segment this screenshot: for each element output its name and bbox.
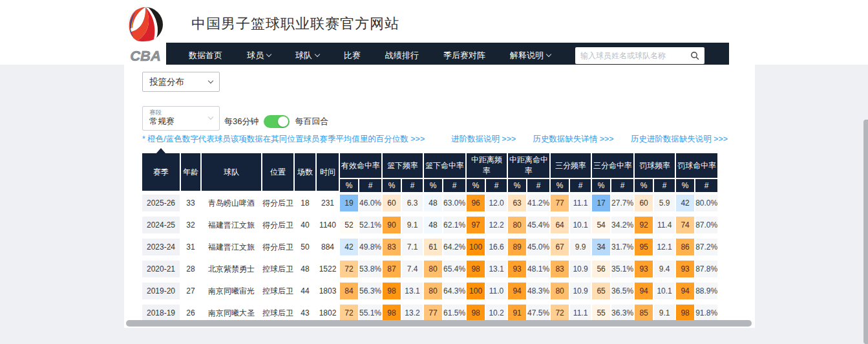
col-header-info-2[interactable]: 球队 <box>202 153 261 192</box>
cell-percentile-7: 60 <box>635 192 653 214</box>
col-subheader-8-1[interactable]: # <box>695 179 717 192</box>
col-header-group-3[interactable]: 中距离频率 <box>467 153 507 179</box>
col-subheader-2-0[interactable]: % <box>424 179 442 192</box>
col-header-group-4[interactable]: 中距离命中率 <box>508 153 549 179</box>
col-subheader-7-1[interactable]: # <box>654 179 675 192</box>
cell-value-0: 46.0% <box>359 192 381 214</box>
cell-percentile-3: 96 <box>467 192 485 214</box>
cell-season: 2019-20 <box>142 280 180 302</box>
cell-season: 2025-26 <box>142 192 180 214</box>
cell-value-3: 11.0 <box>486 280 507 302</box>
cell-percentile-2: 48 <box>424 192 442 214</box>
col-header-group-6[interactable]: 三分命中率 <box>592 153 633 179</box>
cell-value-6: 35.1% <box>611 258 633 280</box>
cell-percentile-1: 87 <box>383 258 401 280</box>
nav-items: 数据首页球员球队比赛战绩排行季后赛对阵解释说明 <box>189 50 575 61</box>
nav-item-3[interactable]: 比赛 <box>344 50 361 61</box>
cell-value-6: 34.2% <box>611 214 633 236</box>
col-subheader-1-0[interactable]: % <box>383 179 401 192</box>
col-subheader-2-1[interactable]: # <box>443 179 465 192</box>
cell-value-5: 10.9 <box>570 258 591 280</box>
col-header-group-5[interactable]: 三分频率 <box>551 153 591 179</box>
cell-position: 得分后卫 <box>262 192 293 214</box>
col-subheader-0-0[interactable]: % <box>340 179 358 192</box>
col-header-group-0[interactable]: 有效命中率 <box>340 153 381 179</box>
col-header-group-7[interactable]: 罚球频率 <box>635 153 675 179</box>
cell-value-7: 10.1 <box>654 280 675 302</box>
cell-percentile-0: 72 <box>340 258 358 280</box>
cell-value-0: 49.8% <box>359 236 381 258</box>
cell-percentile-4: 94 <box>508 280 526 302</box>
cell-percentile-5: 83 <box>551 258 569 280</box>
col-header-group-8[interactable]: 罚球命中率 <box>676 153 717 179</box>
col-header-group-1[interactable]: 篮下频率 <box>383 153 423 179</box>
nav-item-5[interactable]: 季后赛对阵 <box>443 50 485 61</box>
cell-team: 福建晋江文旅 <box>202 236 261 258</box>
cell-value-5: 9.9 <box>570 236 591 258</box>
col-subheader-4-0[interactable]: % <box>508 179 526 192</box>
cell-age: 27 <box>181 280 200 302</box>
nav-item-2[interactable]: 球队 <box>295 50 319 61</box>
cell-percentile-5: 80 <box>551 280 569 302</box>
cell-percentile-5: 64 <box>551 214 569 236</box>
col-subheader-1-1[interactable]: # <box>402 179 423 192</box>
cell-value-3: 16.6 <box>486 236 507 258</box>
cell-percentile-6: 17 <box>592 192 610 214</box>
cell-value-4: 45.0% <box>527 236 549 258</box>
col-subheader-3-0[interactable]: % <box>467 179 485 192</box>
col-subheader-0-1[interactable]: # <box>359 179 381 192</box>
nav-item-4[interactable]: 战绩排行 <box>385 50 419 61</box>
col-subheader-5-0[interactable]: % <box>551 179 569 192</box>
cell-value-8: 87.8% <box>695 258 717 280</box>
col-subheader-6-0[interactable]: % <box>592 179 610 192</box>
cell-percentile-5: 77 <box>551 192 569 214</box>
search-icon[interactable] <box>690 51 699 60</box>
help-link-1[interactable]: 历史数据缺失详情 >>> <box>533 134 613 145</box>
toggle-label-per100: 每百回合 <box>295 116 328 127</box>
col-header-info-0[interactable]: 赛季 <box>142 153 180 192</box>
cba-logo: CBA <box>125 4 165 63</box>
cell-percentile-4: 80 <box>508 214 526 236</box>
stage-select[interactable]: 赛段 常规赛 <box>142 106 220 131</box>
cell-value-5: 11.1 <box>570 192 591 214</box>
nav-item-6[interactable]: 解释说明 <box>510 50 551 61</box>
stats-table: 赛季年龄球队位置场数时间有效命中率篮下频率篮下命中率中距离频率中距离命中率三分频… <box>141 153 719 324</box>
col-header-info-5[interactable]: 时间 <box>317 153 339 192</box>
col-subheader-4-1[interactable]: # <box>527 179 549 192</box>
cell-value-2: 65.4% <box>443 258 465 280</box>
col-header-info-4[interactable]: 场数 <box>295 153 315 192</box>
cell-value-2: 64.2% <box>443 236 465 258</box>
search-input[interactable] <box>580 51 690 60</box>
rate-mode-toggle[interactable] <box>264 115 290 128</box>
col-subheader-6-1[interactable]: # <box>611 179 633 192</box>
nav-item-1[interactable]: 球员 <box>247 50 271 61</box>
cell-value-3: 12.2 <box>486 214 507 236</box>
search-box[interactable] <box>575 47 704 64</box>
cell-percentile-4: 63 <box>508 192 526 214</box>
vertical-scrollbar-thumb[interactable] <box>863 120 868 344</box>
cell-age: 33 <box>181 192 200 214</box>
cell-percentile-0: 42 <box>340 236 358 258</box>
col-subheader-3-1[interactable]: # <box>486 179 507 192</box>
cell-value-1: 7.4 <box>402 258 423 280</box>
col-subheader-7-0[interactable]: % <box>635 179 653 192</box>
col-header-info-1[interactable]: 年龄 <box>181 153 200 192</box>
stat-category-select[interactable]: 投篮分布 <box>142 72 220 92</box>
horizontal-scrollbar-thumb[interactable] <box>126 320 752 327</box>
col-subheader-8-0[interactable]: % <box>676 179 694 192</box>
help-link-0[interactable]: 进阶数据说明 >>> <box>451 134 516 145</box>
content-card: 投篮分布 赛段 常规赛 每36分钟 每百回合 * 橙色/蓝色数字代表球员该项数据… <box>124 65 755 328</box>
horizontal-scrollbar[interactable] <box>125 320 754 327</box>
top-header: CBA 中国男子篮球职业联赛官方网站 数据首页球员球队比赛战绩排行季后赛对阵解释… <box>0 0 868 65</box>
col-header-info-3[interactable]: 位置 <box>262 153 293 192</box>
col-header-group-2[interactable]: 篮下命中率 <box>424 153 465 179</box>
cell-percentile-2: 48 <box>424 214 442 236</box>
help-link-2[interactable]: 历史进阶数据缺失说明 >>> <box>631 134 728 145</box>
cell-games: 40 <box>295 214 315 236</box>
toggle-knob <box>278 116 288 127</box>
cell-percentile-7: 93 <box>635 258 653 280</box>
nav-item-0[interactable]: 数据首页 <box>189 50 222 61</box>
cell-minutes: 884 <box>317 236 339 258</box>
percentile-note: * 橙色/蓝色数字代表球员该项数据在其同位置球员赛季平均值里的百分位数 >>> <box>142 134 425 145</box>
col-subheader-5-1[interactable]: # <box>570 179 591 192</box>
